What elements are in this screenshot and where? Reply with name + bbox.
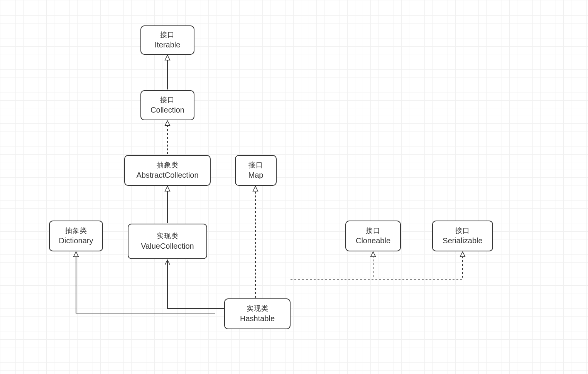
class-name: Iterable: [155, 40, 181, 50]
node-iterable[interactable]: 接口 Iterable: [140, 25, 194, 55]
stereotype-label: 抽象类: [65, 226, 87, 235]
edge-hashtable-serializable: [291, 252, 463, 279]
edges-layer: [0, 0, 588, 374]
node-valuecollection[interactable]: 实现类 ValueCollection: [128, 224, 207, 259]
node-collection[interactable]: 接口 Collection: [140, 90, 194, 120]
node-map[interactable]: 接口 Map: [235, 155, 277, 186]
class-name: Serializable: [443, 236, 482, 246]
class-name: Map: [248, 170, 264, 180]
diagram-canvas: 接口 Iterable 接口 Collection 抽象类 AbstractCo…: [0, 0, 588, 374]
class-name: AbstractCollection: [136, 170, 198, 180]
edge-hashtable-cloneable: [291, 252, 373, 279]
class-name: Hashtable: [240, 313, 275, 324]
stereotype-label: 接口: [455, 226, 470, 235]
node-serializable[interactable]: 接口 Serializable: [432, 221, 493, 251]
node-abstractcollection[interactable]: 抽象类 AbstractCollection: [124, 155, 211, 186]
class-name: Collection: [150, 105, 184, 115]
class-name: ValueCollection: [141, 241, 194, 251]
class-name: Cloneable: [356, 236, 390, 246]
stereotype-label: 接口: [160, 30, 175, 39]
stereotype-label: 接口: [366, 226, 380, 235]
stereotype-label: 抽象类: [157, 160, 179, 170]
stereotype-label: 接口: [160, 95, 175, 104]
edge-hashtable-valuecollection: [167, 260, 224, 308]
node-dictionary[interactable]: 抽象类 Dictionary: [49, 221, 103, 251]
stereotype-label: 接口: [248, 160, 263, 170]
edge-hashtable-dictionary: [76, 252, 215, 313]
class-name: Dictionary: [59, 236, 93, 246]
node-hashtable[interactable]: 实现类 Hashtable: [224, 298, 291, 329]
node-cloneable[interactable]: 接口 Cloneable: [345, 221, 401, 251]
stereotype-label: 实现类: [247, 304, 269, 313]
stereotype-label: 实现类: [157, 231, 179, 241]
